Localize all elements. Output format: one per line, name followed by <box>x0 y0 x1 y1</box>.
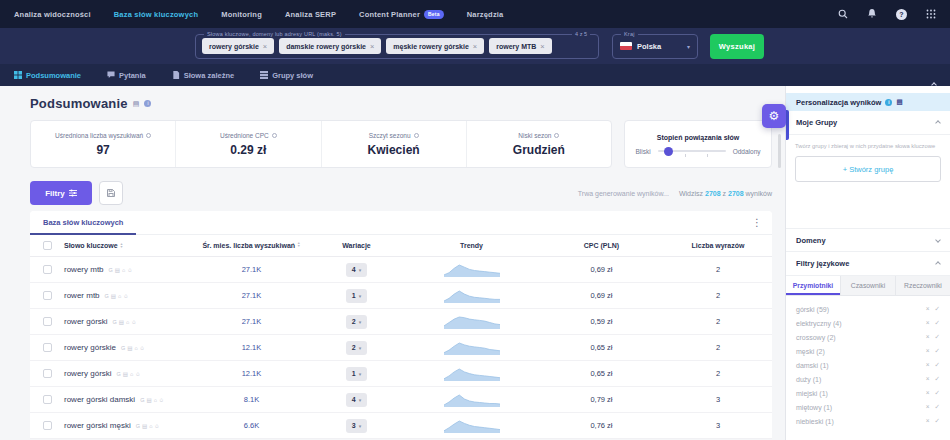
help-icon[interactable]: ? <box>896 9 907 20</box>
home-icon[interactable]: ⌂ <box>130 371 133 377</box>
nav-analiza-widocznosci[interactable]: Analiza widoczności <box>14 10 91 19</box>
row-checkbox[interactable] <box>43 343 52 352</box>
list-icon[interactable]: ▤ <box>119 319 124 325</box>
exclude-icon[interactable]: × <box>926 319 930 327</box>
list-item[interactable]: duży (1)×✓ <box>786 372 950 386</box>
col-words[interactable]: Liczba wyrazów <box>664 242 772 249</box>
remove-tag-icon[interactable]: × <box>370 42 374 51</box>
keyword-tag[interactable]: męskie rowery górskie× <box>386 38 484 54</box>
include-icon[interactable]: ✓ <box>935 333 940 341</box>
google-icon[interactable]: G <box>136 423 140 429</box>
list-item[interactable]: miętowy (1)×✓ <box>786 400 950 414</box>
include-icon[interactable]: ✓ <box>935 417 940 425</box>
nav-monitoring[interactable]: Monitoring <box>221 10 262 19</box>
list-item[interactable]: górski (59)×✓ <box>786 302 950 316</box>
google-icon[interactable]: G <box>109 267 113 273</box>
tab-slowa-zalezne[interactable]: Słowa zależne <box>172 71 234 80</box>
tab-pytania[interactable]: Pytania <box>107 71 146 80</box>
table-row[interactable]: rower górski męskiG▤⌂✩ 6.6K 3▾ 0,76 zł 3 <box>30 413 772 439</box>
variations-dropdown[interactable]: 2▾ <box>346 341 367 355</box>
list-icon[interactable]: ▤ <box>146 397 151 403</box>
table-row[interactable]: rower górskiG▤⌂✩ 27.1K 2▾ 0,59 zł 2 <box>30 309 772 335</box>
home-icon[interactable]: ⌂ <box>122 267 125 273</box>
keyword-tag[interactable]: damskie rowery górskie× <box>279 38 381 54</box>
variations-dropdown[interactable]: 1▾ <box>346 367 367 381</box>
exclude-icon[interactable]: × <box>926 305 930 313</box>
table-row[interactable]: rowery górskiG▤⌂✩ 12.1K 1▾ 0,65 zł 2 <box>30 361 772 387</box>
include-icon[interactable]: ✓ <box>935 361 940 369</box>
col-cpc[interactable]: CPC (PLN) <box>539 242 664 249</box>
tab-grupy-slow[interactable]: Grupy słów <box>260 71 313 80</box>
exclude-icon[interactable]: × <box>926 417 930 425</box>
keyword-tag[interactable]: rowery MTB× <box>489 38 551 54</box>
layout-icon[interactable]: ▤ <box>896 98 902 106</box>
country-select[interactable]: Kraj Polska ▾ <box>612 34 698 59</box>
create-group-button[interactable]: + Stwórz grupę <box>795 156 941 182</box>
exclude-icon[interactable]: × <box>926 375 930 383</box>
list-icon[interactable]: ▤ <box>127 345 132 351</box>
home-icon[interactable]: ⌂ <box>135 345 138 351</box>
kebab-menu-icon[interactable]: ⋮ <box>752 217 772 228</box>
exclude-icon[interactable]: × <box>926 403 930 411</box>
remove-tag-icon[interactable]: × <box>473 42 477 51</box>
list-item[interactable]: męski (2)×✓ <box>786 344 950 358</box>
table-row[interactable]: rower górski damskiG▤⌂✩ 8.1K 4▾ 0,79 zł … <box>30 387 772 413</box>
star-icon[interactable]: ✩ <box>140 345 145 351</box>
star-icon[interactable]: ✩ <box>131 319 136 325</box>
filters-button[interactable]: Filtry <box>30 181 92 205</box>
variations-dropdown[interactable]: 4▾ <box>346 393 367 407</box>
include-icon[interactable]: ✓ <box>935 389 940 397</box>
tab-baza-slow-kluczowych[interactable]: Baza słów kluczowych <box>30 211 136 235</box>
tab-podsumowanie[interactable]: Podsumowanie <box>14 71 81 80</box>
star-icon[interactable]: ✩ <box>123 293 128 299</box>
home-icon[interactable]: ⌂ <box>154 397 157 403</box>
table-row[interactable]: rower mtbG▤⌂✩ 27.1K 1▾ 0,69 zł 2 <box>30 283 772 309</box>
section-filtry-jezykowe[interactable]: Filtry językowe <box>786 252 950 276</box>
remove-tag-icon[interactable]: × <box>263 42 267 51</box>
row-checkbox[interactable] <box>43 265 52 274</box>
include-icon[interactable]: ✓ <box>935 347 940 355</box>
list-item[interactable]: miejski (1)×✓ <box>786 386 950 400</box>
google-icon[interactable]: G <box>140 397 144 403</box>
list-icon[interactable]: ▤ <box>123 371 128 377</box>
table-row[interactable]: rowery górskieG▤⌂✩ 12.1K 2▾ 0,65 zł 2 <box>30 335 772 361</box>
variations-dropdown[interactable]: 2▾ <box>346 315 367 329</box>
select-all-checkbox[interactable] <box>43 241 52 250</box>
vertical-scrollbar[interactable] <box>778 134 781 168</box>
slider-track[interactable] <box>658 150 726 152</box>
section-domeny[interactable]: Domeny <box>786 228 950 252</box>
google-icon[interactable]: G <box>113 319 117 325</box>
col-trends[interactable]: Trendy <box>404 242 539 249</box>
col-variations[interactable]: Wariacje <box>309 242 404 249</box>
tab-przymiotniki[interactable]: Przymiotniki <box>786 276 840 295</box>
section-moje-grupy[interactable]: Moje Grupy <box>786 111 950 135</box>
remove-tag-icon[interactable]: × <box>540 42 544 51</box>
info-icon[interactable]: i <box>144 100 151 107</box>
star-icon[interactable]: ✩ <box>159 397 164 403</box>
nav-content-planner[interactable]: Content PlannerBeta <box>359 10 444 19</box>
star-icon[interactable]: ✩ <box>127 267 132 273</box>
keyword-tag[interactable]: rowery górskie× <box>202 38 274 54</box>
list-item[interactable]: damski (1)×✓ <box>786 358 950 372</box>
list-item[interactable]: crossowy (2)×✓ <box>786 330 950 344</box>
search-button[interactable]: Wyszukaj <box>710 34 764 59</box>
row-checkbox[interactable] <box>43 317 52 326</box>
info-icon[interactable] <box>414 133 419 138</box>
slider-knob[interactable] <box>664 147 673 156</box>
bell-icon[interactable] <box>867 5 877 23</box>
col-keyword[interactable]: Słowo kluczowe▲▼ <box>64 242 194 249</box>
home-icon[interactable]: ⌂ <box>149 423 152 429</box>
row-checkbox[interactable] <box>43 369 52 378</box>
list-item[interactable]: niebieski (1)×✓ <box>786 414 950 428</box>
google-icon[interactable]: G <box>105 293 109 299</box>
list-item[interactable]: elektryczny (4)×✓ <box>786 316 950 330</box>
variations-dropdown[interactable]: 4▾ <box>346 263 367 277</box>
exclude-icon[interactable]: × <box>926 389 930 397</box>
list-icon[interactable]: ▤ <box>115 267 120 273</box>
row-checkbox[interactable] <box>43 291 52 300</box>
exclude-icon[interactable]: × <box>926 333 930 341</box>
save-filter-button[interactable] <box>99 181 123 205</box>
variations-dropdown[interactable]: 3▾ <box>346 419 367 433</box>
row-checkbox[interactable] <box>43 421 52 430</box>
info-icon[interactable]: i <box>885 99 892 106</box>
